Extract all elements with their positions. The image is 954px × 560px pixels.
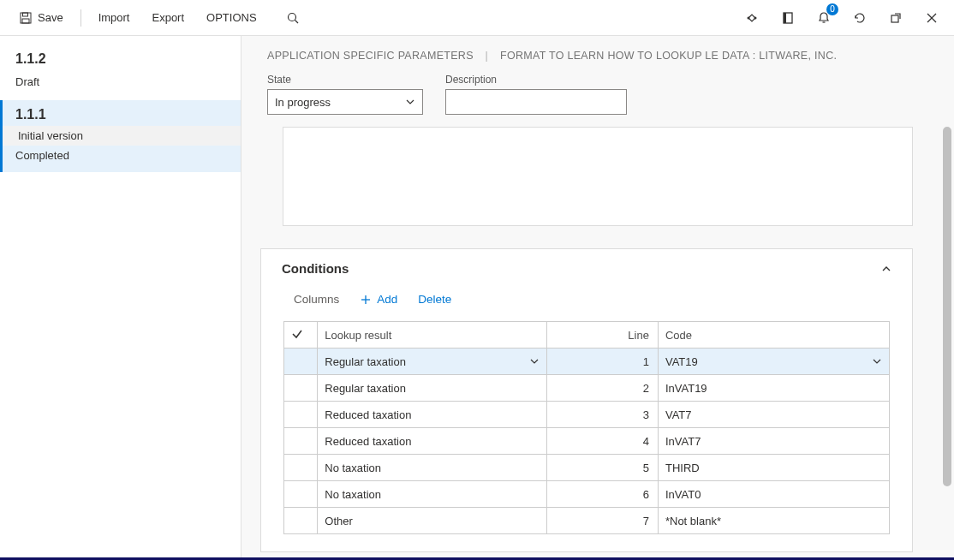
header-lookup[interactable]: Lookup result xyxy=(318,322,547,349)
header-check[interactable] xyxy=(284,322,318,349)
toolbar-left: Save Import Export OPTIONS xyxy=(10,6,308,30)
header-code[interactable]: Code xyxy=(658,322,889,349)
table-row[interactable]: Reduced taxation3VAT7 xyxy=(284,402,890,428)
separator xyxy=(80,9,81,27)
conditions-table: Lookup result Line Code Regular taxation… xyxy=(283,321,890,534)
line-cell[interactable]: 1 xyxy=(546,349,658,375)
options-label: OPTIONS xyxy=(206,11,257,24)
table-row[interactable]: No taxation6InVAT0 xyxy=(284,481,890,508)
main-layout: 1.1.2 Draft 1.1.1 Initial version Comple… xyxy=(0,36,954,560)
lookup-cell[interactable]: Regular taxation xyxy=(318,349,547,375)
conditions-actions: Columns Add Delete xyxy=(261,288,912,316)
version-number: 1.1.2 xyxy=(15,51,225,67)
columns-button[interactable]: Columns xyxy=(294,293,339,306)
import-label: Import xyxy=(98,11,130,24)
toolbar-right: 0 xyxy=(740,6,944,30)
line-cell[interactable]: 5 xyxy=(546,455,658,481)
row-check-cell[interactable] xyxy=(284,428,318,455)
state-field: State In progress xyxy=(267,74,423,115)
header-line[interactable]: Line xyxy=(546,322,658,349)
table-row[interactable]: Reduced taxation4InVAT7 xyxy=(284,428,890,455)
lookup-cell[interactable]: Regular taxation xyxy=(318,375,547,402)
breadcrumb: APPLICATION SPECIFIC PARAMETERS | FORMAT… xyxy=(267,50,928,62)
line-cell[interactable]: 2 xyxy=(546,375,658,402)
add-label: Add xyxy=(377,293,397,306)
chevron-down-icon xyxy=(405,97,415,107)
line-cell[interactable]: 6 xyxy=(546,481,658,508)
add-button[interactable]: Add xyxy=(360,293,397,306)
table-row[interactable]: Regular taxation1VAT19 xyxy=(284,349,890,375)
refresh-button[interactable] xyxy=(848,6,872,30)
table-row[interactable]: No taxation5THIRD xyxy=(284,455,890,481)
connector-icon-button[interactable] xyxy=(740,6,764,30)
state-dropdown[interactable]: In progress xyxy=(267,89,423,115)
line-cell[interactable]: 4 xyxy=(546,428,658,455)
lookup-cell[interactable]: Reduced taxation xyxy=(318,402,547,428)
save-button[interactable]: Save xyxy=(10,6,72,30)
code-cell[interactable]: InVAT0 xyxy=(658,481,889,508)
search-button[interactable] xyxy=(277,6,308,30)
code-cell[interactable]: VAT19 xyxy=(658,349,889,375)
version-item-1-1-1[interactable]: 1.1.1 Initial version Completed xyxy=(0,100,241,172)
row-check-cell[interactable] xyxy=(284,349,318,375)
export-label: Export xyxy=(152,11,184,24)
conditions-card: Conditions Columns Add Delete Loo xyxy=(260,248,913,552)
lookup-cell[interactable]: Reduced taxation xyxy=(318,428,547,455)
checkmark-icon xyxy=(291,328,303,340)
breadcrumb-part1: APPLICATION SPECIFIC PARAMETERS xyxy=(267,50,474,62)
line-cell[interactable]: 3 xyxy=(546,402,658,428)
row-check-cell[interactable] xyxy=(284,481,318,508)
blank-panel xyxy=(283,127,913,226)
version-item-1-1-2[interactable]: 1.1.2 Draft xyxy=(0,45,241,100)
options-button[interactable]: OPTIONS xyxy=(198,6,265,29)
scrollbar-thumb[interactable] xyxy=(943,127,951,486)
notification-button[interactable]: 0 xyxy=(812,6,836,30)
office-icon-button[interactable] xyxy=(776,6,800,30)
chevron-down-icon xyxy=(872,356,882,366)
row-check-cell[interactable] xyxy=(284,508,318,534)
description-field: Description xyxy=(445,74,627,115)
conditions-header[interactable]: Conditions xyxy=(261,249,912,288)
svg-rect-2 xyxy=(22,19,29,23)
sidebar: 1.1.2 Draft 1.1.1 Initial version Comple… xyxy=(0,36,241,560)
chevron-up-icon xyxy=(881,264,891,274)
svg-rect-10 xyxy=(891,15,898,22)
breadcrumb-separator: | xyxy=(486,50,489,62)
code-cell[interactable]: VAT7 xyxy=(658,402,889,428)
line-cell[interactable]: 7 xyxy=(546,508,658,534)
svg-rect-1 xyxy=(23,13,28,16)
notification-badge: 0 xyxy=(826,3,838,15)
delete-button[interactable]: Delete xyxy=(418,293,451,306)
code-cell[interactable]: InVAT7 xyxy=(658,428,889,455)
chevron-down-icon xyxy=(529,356,540,366)
table-row[interactable]: Other7*Not blank* xyxy=(284,508,890,534)
lookup-cell[interactable]: No taxation xyxy=(318,481,547,508)
svg-point-5 xyxy=(748,16,750,19)
version-status: Draft xyxy=(15,75,225,88)
code-value: VAT19 xyxy=(665,355,698,368)
svg-line-4 xyxy=(295,20,298,23)
search-icon xyxy=(286,11,300,25)
close-button[interactable] xyxy=(920,6,944,30)
version-number: 1.1.1 xyxy=(15,107,225,122)
row-check-cell[interactable] xyxy=(284,375,318,402)
export-button[interactable]: Export xyxy=(143,6,193,29)
svg-rect-8 xyxy=(784,13,786,23)
toolbar: Save Import Export OPTIONS xyxy=(0,0,954,36)
office-icon xyxy=(781,11,795,25)
description-input[interactable] xyxy=(445,89,627,115)
lookup-cell[interactable]: Other xyxy=(318,508,547,534)
code-cell[interactable]: THIRD xyxy=(658,455,889,481)
code-cell[interactable]: *Not blank* xyxy=(658,508,889,534)
lookup-cell[interactable]: No taxation xyxy=(318,455,547,481)
code-cell[interactable]: InVAT19 xyxy=(658,375,889,402)
row-check-cell[interactable] xyxy=(284,455,318,481)
table-row[interactable]: Regular taxation2InVAT19 xyxy=(284,375,890,402)
plus-icon xyxy=(360,294,372,306)
table-header-row: Lookup result Line Code xyxy=(284,322,890,349)
scrollbar[interactable] xyxy=(940,127,954,486)
lookup-value: Regular taxation xyxy=(325,355,406,368)
popout-button[interactable] xyxy=(884,6,908,30)
import-button[interactable]: Import xyxy=(90,6,139,29)
row-check-cell[interactable] xyxy=(284,402,318,428)
